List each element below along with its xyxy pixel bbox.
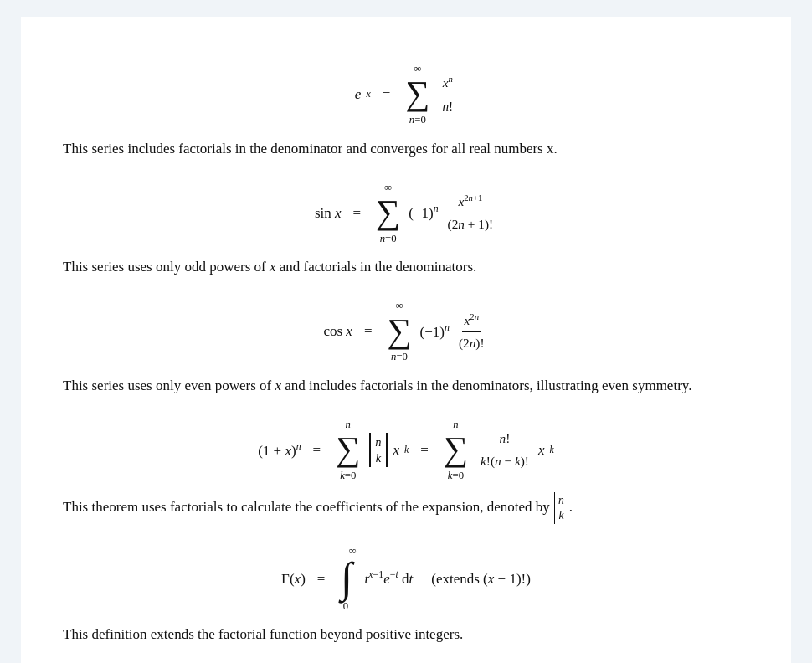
formula-sin: sin x = ∞ ∑ n=0 (−1)n x2n+1 (2n + 1)! [63, 179, 749, 248]
formula-gamma: Γ(x) = ∞ ∫ 0 tx−1e−t dt (extends (x − 1)… [63, 542, 749, 615]
desc-exp: This series includes factorials in the d… [63, 137, 749, 161]
desc-cos: This series uses only even powers of x a… [63, 374, 749, 398]
desc-gamma: This definition extends the factorial fu… [63, 623, 749, 646]
formula-binomial: (1 + x)n = n ∑ k=0 n k xk = n ∑ k=0 n! k… [63, 416, 749, 485]
formula-exp: ex = ∞ ∑ n=0 xn n! [63, 60, 749, 129]
desc-sin: This series uses only odd powers of x an… [63, 255, 749, 279]
page-content: ex = ∞ ∑ n=0 xn n! This series includes … [21, 17, 791, 663]
formula-cos: cos x = ∞ ∑ n=0 (−1)n x2n (2n)! [63, 297, 749, 366]
desc-binomial: This theorem uses factorials to calculat… [63, 492, 749, 523]
